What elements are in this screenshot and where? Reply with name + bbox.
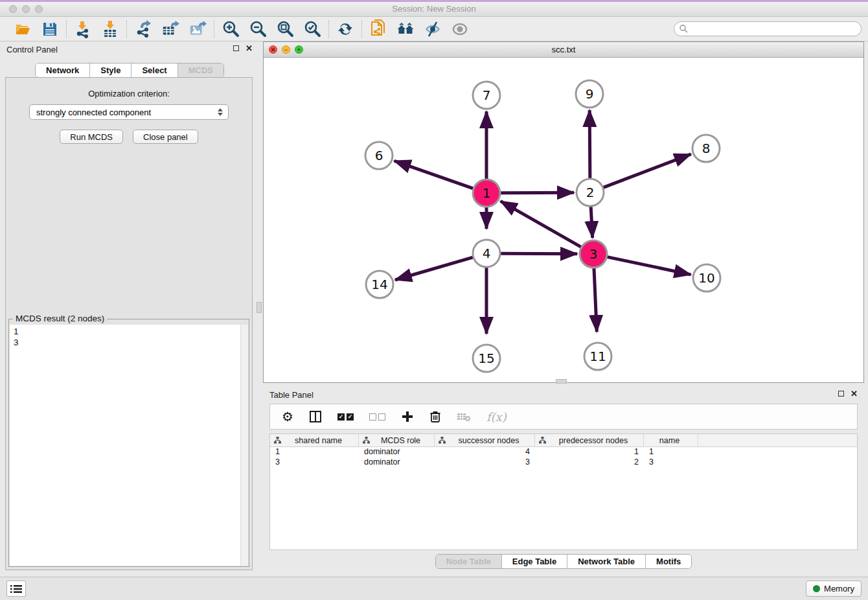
table-panel: Table Panel ✕ ⚙ ✓✓ f(x) [263,387,864,577]
export-image-icon[interactable] [188,20,207,38]
network-view-window: ✕ − + scc.txt 7968124314101511 [263,41,864,383]
tab-edge-table[interactable]: Edge Table [502,555,567,568]
select-all-columns-icon[interactable]: ✓✓ [337,409,354,424]
search-field-wrap [674,21,862,36]
graph-node-11[interactable]: 11 [584,343,611,370]
delete-column-trash-icon[interactable] [429,409,441,424]
tab-network-table[interactable]: Network Table [567,555,646,568]
svg-text:3: 3 [589,246,598,262]
graph-node-4[interactable]: 4 [473,240,500,267]
graph-edge-1-2[interactable] [500,192,574,193]
table-row[interactable]: 1 dominator 4 1 1 [270,447,857,457]
zoom-fit-icon[interactable] [276,20,294,38]
list-icon [10,584,22,594]
graph-edge-4-14[interactable] [395,257,474,280]
graph-node-15[interactable]: 15 [473,345,500,372]
graph-edge-3-1[interactable] [501,201,582,247]
mcds-result-line: 3 [14,337,244,348]
graph-node-7[interactable]: 7 [473,82,500,109]
column-header-name[interactable]: name [644,434,698,446]
close-panel-button[interactable]: Close panel [133,130,198,144]
mcds-result-fieldset: MCDS result (2 nodes) 1 3 [8,319,249,567]
apply-layout-icon[interactable] [336,20,354,38]
result-scrollbar[interactable] [240,325,248,566]
close-panel-icon[interactable]: ✕ [246,45,253,52]
column-header-mcds-role[interactable]: MCDS role [359,434,435,446]
table-header-row: shared name MCDS role successor nodes pr… [270,434,857,447]
task-history-button[interactable] [6,581,26,597]
network-canvas[interactable]: 7968124314101511 [264,58,863,382]
svg-text:7: 7 [483,87,491,103]
export-table-icon[interactable] [161,20,179,38]
table-panel-tabs: Node Table Edge Table Network Table Moti… [435,554,692,569]
graph-edge-3-10[interactable] [607,257,691,274]
import-network-icon[interactable] [74,20,92,38]
graph-edge-2-9[interactable] [589,110,590,179]
graph-edge-2-8[interactable] [603,154,691,188]
svg-text:11: 11 [589,349,606,364]
graph-edge-2-3[interactable] [591,206,593,238]
close-table-panel-icon[interactable]: ✕ [851,390,858,397]
control-panel: Control Panel ✕ Network Style Select MCD… [0,41,259,574]
zoom-out-icon[interactable] [249,20,267,38]
search-box[interactable] [674,21,862,36]
show-all-icon[interactable] [451,20,469,38]
graph-edge-1-6[interactable] [394,161,474,189]
main-toolbar [0,17,868,41]
run-mcds-button[interactable]: Run MCDS [60,130,123,144]
criterion-select[interactable]: strongly connected component [29,104,229,120]
svg-text:9: 9 [586,86,594,102]
column-header-predecessor-nodes[interactable]: predecessor nodes [535,434,644,446]
graph-node-6[interactable]: 6 [365,142,393,169]
hide-selected-icon[interactable] [424,20,442,38]
graph-node-1[interactable]: 1 [473,179,500,207]
graph-edge-3-11[interactable] [594,268,597,332]
vertical-splitter-handle[interactable] [257,302,262,313]
mcds-result-line: 1 [14,326,244,337]
table-row[interactable]: 3 dominator 3 2 3 [270,457,857,468]
graph-node-10[interactable]: 10 [693,264,720,292]
network-window-title: scc.txt [264,45,863,54]
open-file-icon[interactable] [14,20,32,38]
memory-button[interactable]: Memory [806,581,862,597]
graph-node-8[interactable]: 8 [692,135,720,162]
function-builder-icon-disabled: f(x) [486,409,507,424]
tab-select[interactable]: Select [131,63,177,77]
graph-node-3[interactable]: 3 [580,240,607,268]
control-panel-header: Control Panel ✕ [0,41,259,58]
network-window-titlebar[interactable]: ✕ − + scc.txt [264,42,863,58]
zoom-in-icon[interactable] [222,20,240,38]
horizontal-splitter-handle[interactable] [556,379,567,384]
tab-network[interactable]: Network [36,63,90,77]
import-table-icon[interactable] [101,20,119,38]
mcds-result-area[interactable]: 1 3 [10,325,248,566]
tab-node-table[interactable]: Node Table [436,555,502,568]
float-panel-icon[interactable] [233,45,239,51]
column-header-shared-name[interactable]: shared name [270,434,359,446]
tab-style[interactable]: Style [90,63,131,77]
export-network-icon[interactable] [134,20,152,38]
svg-text:15: 15 [478,351,494,366]
clone-network-icon[interactable] [369,20,387,38]
tab-motifs[interactable]: Motifs [646,555,691,568]
column-header-successor-nodes[interactable]: successor nodes [435,434,535,446]
split-columns-icon[interactable] [309,409,322,424]
float-table-panel-icon[interactable] [838,391,844,397]
svg-text:8: 8 [702,141,711,156]
graph-node-2[interactable]: 2 [577,179,604,206]
graph-node-14[interactable]: 14 [366,271,393,298]
search-input[interactable] [689,23,861,35]
first-neighbors-icon[interactable] [396,20,415,38]
control-panel-tabs: Network Style Select MCDS [35,63,224,78]
zoom-selected-icon[interactable] [303,20,321,38]
deselect-all-columns-icon[interactable] [369,409,385,424]
table-panel-header: Table Panel ✕ [263,387,864,404]
graph-edge-4-3[interactable] [500,253,577,254]
graph-node-9[interactable]: 9 [576,80,603,108]
table-panel-title: Table Panel [269,390,314,400]
save-session-icon[interactable] [41,20,59,38]
add-column-icon[interactable] [401,409,414,424]
table-settings-gear-icon[interactable]: ⚙ [282,409,293,424]
status-bar: Memory [0,577,868,600]
tab-mcds[interactable]: MCDS [178,63,223,77]
